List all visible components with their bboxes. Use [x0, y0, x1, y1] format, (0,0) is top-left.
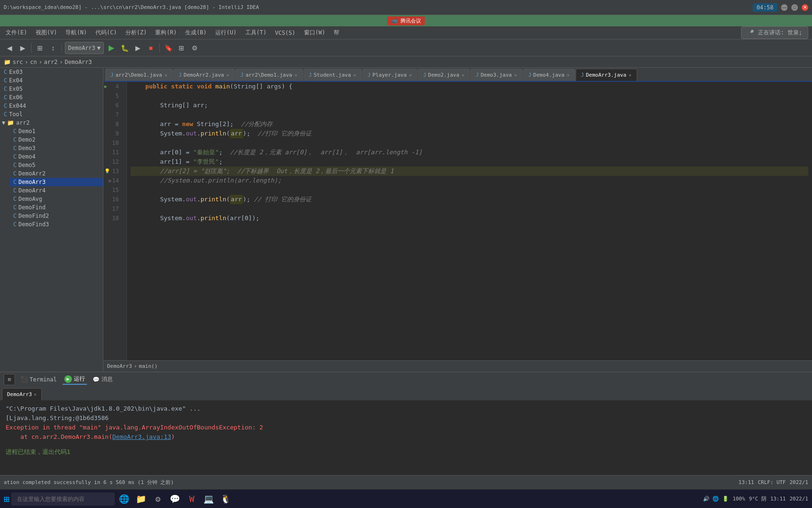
- run-tab-run[interactable]: ▶ 运行: [62, 374, 87, 385]
- gutter-5: 5: [103, 91, 123, 101]
- sidebar-item-demofind3[interactable]: C DemoFind3: [9, 220, 103, 229]
- maximize-button[interactable]: □: [791, 4, 798, 11]
- breadcrumb-src[interactable]: src: [13, 59, 23, 65]
- menu-run[interactable]: 运行(U): [211, 28, 241, 38]
- sidebar-item-demoavg[interactable]: C DemoAvg: [9, 195, 103, 203]
- stack-trace-link[interactable]: DemoArr3.java:13: [112, 433, 171, 440]
- sidebar-item-demofind2[interactable]: C DemoFind2: [9, 212, 103, 220]
- sidebar-item-ex03[interactable]: C Ex03: [0, 68, 103, 76]
- sidebar-item-ex05[interactable]: C Ex05: [0, 85, 103, 93]
- menu-code[interactable]: 代码(C): [92, 28, 121, 38]
- tab-close-icon[interactable]: ✕: [628, 72, 632, 78]
- nav-button[interactable]: ↕: [47, 42, 59, 54]
- debug-button[interactable]: 🐛: [119, 42, 130, 54]
- sidebar-item-demoarr3[interactable]: C DemoArr3: [9, 178, 103, 186]
- run-tab-messages[interactable]: 💬 消息: [91, 374, 115, 384]
- sidebar-item-ex06[interactable]: C Ex06: [0, 93, 103, 102]
- layout-button[interactable]: ⊞: [176, 42, 187, 54]
- tab-close-icon[interactable]: ✕: [408, 72, 412, 78]
- taskbar-wechat-icon[interactable]: 💬: [167, 492, 182, 507]
- menu-view[interactable]: 视图(V): [32, 28, 61, 38]
- menu-window[interactable]: 窗口(W): [300, 28, 329, 38]
- tab-close-icon[interactable]: ✕: [294, 72, 298, 78]
- tab-demo3[interactable]: J Demo3.java ✕: [470, 69, 523, 81]
- tab-demo4[interactable]: J Demo4.java ✕: [523, 69, 575, 81]
- taskbar-edge-icon[interactable]: 🌐: [117, 492, 132, 507]
- sidebar-item-ex044[interactable]: C Ex044: [0, 102, 103, 110]
- toolbar-sep-3: [159, 43, 160, 53]
- class-icon: C: [4, 94, 7, 101]
- breadcrumb-sep-2: ›: [39, 59, 42, 65]
- tab-close-icon[interactable]: ✕: [514, 72, 517, 78]
- tab-arr2demo1b[interactable]: J arr2\Demo1.java ✕: [235, 69, 303, 81]
- console-exit-code: 进程已结束，退出代码1: [6, 447, 806, 457]
- structure-button[interactable]: ⊞: [34, 42, 46, 54]
- sidebar-item-demo5[interactable]: C Demo5: [9, 161, 103, 169]
- run-config-dropdown[interactable]: DemoArr3 ▼: [65, 42, 104, 54]
- tab-demoarr2[interactable]: J DemoArr2.java ✕: [173, 69, 235, 81]
- back-button[interactable]: ◀: [4, 42, 15, 54]
- taskbar-qq-icon[interactable]: 🐧: [218, 492, 233, 507]
- settings-button[interactable]: ⚙: [189, 42, 200, 54]
- tab-player[interactable]: J Player.java ✕: [362, 69, 418, 81]
- code-line-4: public static void main(String[] args) {: [131, 82, 808, 91]
- bookmark-button[interactable]: 🔖: [163, 42, 174, 54]
- tab-close-icon[interactable]: ✕: [226, 72, 230, 78]
- menu-help[interactable]: 帮: [330, 28, 343, 38]
- menu-refactor[interactable]: 重构(R): [151, 28, 180, 38]
- menu-tools[interactable]: 工具(T): [242, 28, 271, 38]
- sidebar-item-tool[interactable]: C Tool: [0, 110, 103, 119]
- breadcrumb-sep-1: ›: [25, 59, 28, 65]
- tab-close-icon[interactable]: ✕: [461, 72, 465, 78]
- menu-file[interactable]: 文件(E): [2, 28, 31, 38]
- tab-arr2demo1[interactable]: J arr2\Demo1.java ✕: [105, 69, 173, 81]
- tab-close-icon[interactable]: ✕: [353, 72, 357, 78]
- close-button[interactable]: ✕: [802, 4, 808, 11]
- sidebar-item-demo2[interactable]: C Demo2: [9, 135, 103, 144]
- sidebar-item-demo4[interactable]: C Demo4: [9, 152, 103, 161]
- run-gutter-icon: ▶: [104, 82, 107, 91]
- tab-close-icon[interactable]: ✕: [566, 72, 570, 78]
- breadcrumb-class[interactable]: DemoArr3: [65, 59, 92, 65]
- tab-close-icon[interactable]: ✕: [164, 72, 168, 78]
- sidebar-item-demoarr2[interactable]: C DemoArr2: [9, 169, 103, 178]
- run-with-coverage[interactable]: ▶: [132, 42, 143, 54]
- stop-button[interactable]: ■: [145, 42, 156, 54]
- class-icon: C: [4, 111, 7, 118]
- taskbar-explorer-icon[interactable]: 📁: [133, 492, 148, 507]
- taskbar-settings-icon[interactable]: ⚙️: [150, 492, 165, 507]
- code-text[interactable]: public static void main(String[] args) {…: [127, 82, 812, 360]
- run-tab-terminal[interactable]: ⬛ Terminal: [19, 375, 59, 384]
- tencent-meeting-badge[interactable]: 📹 腾讯会议: [387, 16, 425, 25]
- taskbar-wps-icon[interactable]: W: [184, 492, 199, 507]
- console-tab-demoarr3[interactable]: DemoArr3 ✕: [2, 388, 42, 400]
- code-line-15: [131, 185, 808, 195]
- breadcrumb-cn[interactable]: cn: [30, 59, 37, 65]
- console-output[interactable]: "C:\Program Files\Java\jdk1.8.0_202\bin\…: [0, 400, 812, 475]
- tab-student[interactable]: J Student.java ✕: [304, 69, 362, 81]
- sidebar-item-demo3[interactable]: C Demo3: [9, 144, 103, 152]
- taskbar-idea-icon[interactable]: 💻: [201, 492, 216, 507]
- menu-vcs[interactable]: VCS(S): [271, 29, 299, 37]
- menu-navigate[interactable]: 导航(N): [62, 28, 91, 38]
- forward-button[interactable]: ▶: [17, 42, 28, 54]
- gutter-18: 18: [103, 214, 123, 223]
- minimize-button[interactable]: —: [781, 4, 788, 11]
- sidebar-item-ex04[interactable]: C Ex04: [0, 76, 103, 85]
- sidebar-item-demo1[interactable]: C Demo1: [9, 127, 103, 135]
- chevron-down-icon: ▼: [97, 45, 101, 51]
- sidebar-arr2-group[interactable]: ▼ 📁 arr2: [0, 119, 103, 127]
- run-button[interactable]: ▶: [106, 42, 117, 54]
- tab-demo2[interactable]: J Demo2.java ✕: [418, 69, 470, 81]
- sidebar-item-demofind[interactable]: C DemoFind: [9, 203, 103, 212]
- windows-icon[interactable]: ⊞: [4, 493, 9, 505]
- taskbar-search-input[interactable]: [11, 492, 115, 506]
- tab-demoarr3[interactable]: J DemoArr3.java ✕: [576, 69, 637, 81]
- java-file-icon: J: [476, 72, 479, 78]
- console-tab-close[interactable]: ✕: [34, 392, 37, 397]
- menu-generate[interactable]: 生成(B): [181, 28, 211, 38]
- breadcrumb-arr2[interactable]: arr2: [44, 59, 58, 65]
- menu-analyze[interactable]: 分析(Z): [122, 28, 151, 38]
- class-icon: C: [4, 103, 7, 109]
- sidebar-item-demoarr4[interactable]: C DemoArr4: [9, 186, 103, 195]
